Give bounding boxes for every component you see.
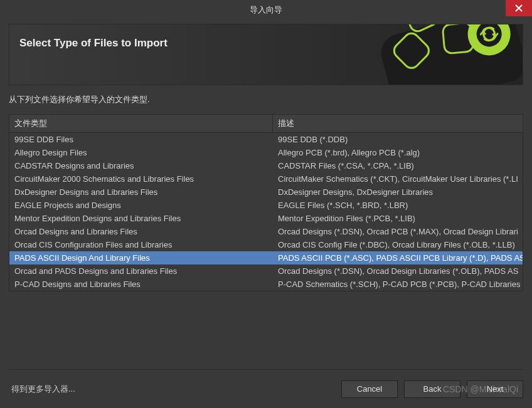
instruction-text: 从下列文件选择你希望导入的文件类型. xyxy=(9,94,523,105)
cell-description: Orcad CIS Config File (*.DBC), Orcad Lib… xyxy=(273,238,523,251)
wizard-header: Select Type of Files to Import xyxy=(9,24,523,85)
table-row[interactable]: CircuitMaker 2000 Schematics and Librari… xyxy=(9,172,523,186)
button-group: Cancel Back Next xyxy=(341,380,523,398)
table-body: 99SE DDB Files99SE DDB (*.DDB)Allegro De… xyxy=(9,133,523,291)
cell-file-type: Allegro Design Files xyxy=(9,146,273,159)
header-decoration xyxy=(347,24,523,85)
cancel-button[interactable]: Cancel xyxy=(341,380,398,398)
table-row[interactable]: Allegro Design FilesAllegro PCB (*.brd),… xyxy=(9,146,523,159)
close-icon xyxy=(515,4,523,12)
table-row[interactable]: EAGLE Projects and DesignsEAGLE Files (*… xyxy=(9,199,523,212)
cell-description: 99SE DDB (*.DDB) xyxy=(273,133,523,146)
cell-file-type: P-CAD Designs and Libraries Files xyxy=(9,278,273,291)
table-row[interactable]: Orcad Designs and Libraries FilesOrcad D… xyxy=(9,225,523,238)
cell-file-type: EAGLE Projects and Designs xyxy=(9,199,273,212)
back-button[interactable]: Back xyxy=(404,380,460,398)
table-row[interactable]: Mentor Expedition Designs and Libraries … xyxy=(9,212,523,225)
cell-description: PADS ASCII PCB (*.ASC), PADS ASCII PCB L… xyxy=(273,251,523,264)
table-header: 文件类型 描述 xyxy=(9,115,523,133)
content-area: 从下列文件选择你希望导入的文件类型. 文件类型 描述 99SE DDB File… xyxy=(9,94,523,291)
cell-description: Orcad Designs (*.DSN), Orcad PCB (*.MAX)… xyxy=(273,225,523,238)
cell-file-type: Orcad and PADS Designs and Libraries Fil… xyxy=(9,264,273,278)
table-row[interactable]: CADSTAR Designs and LibrariesCADSTAR Fil… xyxy=(9,159,523,172)
window-title: 导入向导 xyxy=(250,4,282,16)
cell-file-type: PADS ASCII Design And Library Files xyxy=(9,251,273,264)
table-row[interactable]: 99SE DDB Files99SE DDB (*.DDB) xyxy=(9,133,523,146)
cell-file-type: Mentor Expedition Designs and Libraries … xyxy=(9,212,273,225)
table-row[interactable]: PADS ASCII Design And Library FilesPADS … xyxy=(9,251,523,264)
cell-file-type: CircuitMaker 2000 Schematics and Librari… xyxy=(9,172,273,186)
cell-file-type: DxDesigner Designs and Libraries Files xyxy=(9,186,273,199)
cell-description: Orcad Designs (*.DSN), Orcad Design Libr… xyxy=(273,264,523,278)
file-type-table: 文件类型 描述 99SE DDB Files99SE DDB (*.DDB)Al… xyxy=(9,114,523,291)
cell-description: DxDesigner Designs, DxDesigner Libraries xyxy=(273,186,523,199)
table-row[interactable]: Orcad and PADS Designs and Libraries Fil… xyxy=(9,264,523,278)
cell-description: P-CAD Schematics (*.SCH), P-CAD PCB (*.P… xyxy=(273,278,523,291)
column-header-desc[interactable]: 描述 xyxy=(273,115,523,132)
cell-description: EAGLE Files (*.SCH, *.BRD, *.LBR) xyxy=(273,199,523,212)
next-button[interactable]: Next xyxy=(467,380,523,398)
cell-description: Mentor Expedition Files (*.PCB, *.LIB) xyxy=(273,212,523,225)
cell-description: CircuitMaker Schematics (*.CKT), Circuit… xyxy=(273,172,523,186)
table-row[interactable]: Orcad CIS Configuration Files and Librar… xyxy=(9,238,523,251)
page-title: Select Type of Files to Import xyxy=(19,37,168,50)
cell-file-type: Orcad Designs and Libraries Files xyxy=(9,225,273,238)
cell-file-type: CADSTAR Designs and Libraries xyxy=(9,159,273,172)
cell-description: CADSTAR Files (*.CSA, *.CPA, *.LIB) xyxy=(273,159,523,172)
table-row[interactable]: DxDesigner Designs and Libraries FilesDx… xyxy=(9,186,523,199)
titlebar: 导入向导 xyxy=(0,0,532,20)
footer: 得到更多导入器... Cancel Back Next xyxy=(9,369,523,399)
more-importers-link[interactable]: 得到更多导入器... xyxy=(11,384,75,395)
cell-description: Allegro PCB (*.brd), Allegro PCB (*.alg) xyxy=(273,146,523,159)
cell-file-type: Orcad CIS Configuration Files and Librar… xyxy=(9,238,273,251)
close-button[interactable] xyxy=(506,0,532,16)
column-header-type[interactable]: 文件类型 xyxy=(9,115,273,132)
cell-file-type: 99SE DDB Files xyxy=(9,133,273,146)
table-row[interactable]: P-CAD Designs and Libraries FilesP-CAD S… xyxy=(9,278,523,291)
